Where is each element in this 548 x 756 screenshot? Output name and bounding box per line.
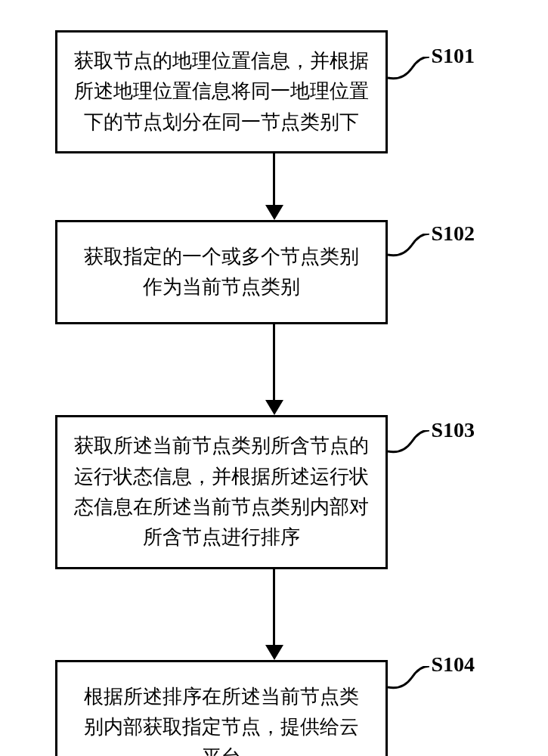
step-s104: 根据所述排序在所述当前节点类别内部获取指定节点，提供给云平台 S104 <box>55 660 494 756</box>
step-label: S103 <box>432 418 475 442</box>
step-s103: 获取所述当前节点类别所含节点的运行状态信息，并根据所述运行状态信息在所述当前节点… <box>55 415 494 569</box>
flowchart: 获取节点的地理位置信息，并根据所述地理位置信息将同一地理位置下的节点划分在同一节… <box>0 0 548 756</box>
connector-line <box>388 57 433 87</box>
step-box: 获取指定的一个或多个节点类别作为当前节点类别 <box>55 220 388 325</box>
step-s101: 获取节点的地理位置信息，并根据所述地理位置信息将同一地理位置下的节点划分在同一节… <box>55 30 494 153</box>
arrow-icon <box>265 569 283 660</box>
step-box: 获取节点的地理位置信息，并根据所述地理位置信息将同一地理位置下的节点划分在同一节… <box>55 30 388 153</box>
connector-line <box>388 666 433 696</box>
step-text: 获取所述当前节点类别所含节点的运行状态信息，并根据所述运行状态信息在所述当前节点… <box>74 435 369 548</box>
step-label: S101 <box>432 44 475 68</box>
step-s102: 获取指定的一个或多个节点类别作为当前节点类别 S102 <box>55 220 494 325</box>
arrow-icon <box>265 324 283 415</box>
step-label: S102 <box>432 222 475 246</box>
step-text: 获取节点的地理位置信息，并根据所述地理位置信息将同一地理位置下的节点划分在同一节… <box>74 50 369 133</box>
step-text: 获取指定的一个或多个节点类别作为当前节点类别 <box>84 246 359 298</box>
step-box: 获取所述当前节点类别所含节点的运行状态信息，并根据所述运行状态信息在所述当前节点… <box>55 415 388 569</box>
connector-line <box>388 234 433 264</box>
step-text: 根据所述排序在所述当前节点类别内部获取指定节点，提供给云平台 <box>84 686 359 756</box>
connector-line <box>388 430 433 460</box>
arrow-icon <box>265 153 283 220</box>
step-box: 根据所述排序在所述当前节点类别内部获取指定节点，提供给云平台 <box>55 660 388 756</box>
step-label: S104 <box>432 652 475 677</box>
